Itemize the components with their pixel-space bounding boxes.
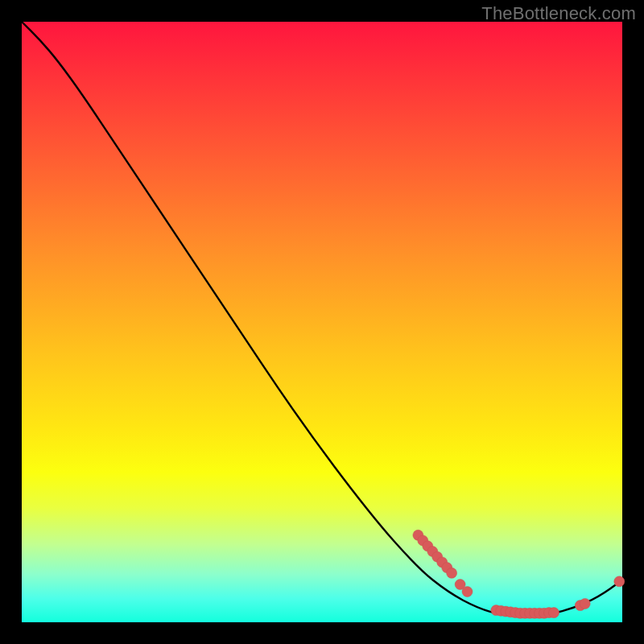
curve-marker bbox=[447, 568, 457, 578]
plot-area bbox=[22, 22, 622, 622]
bottleneck-curve bbox=[22, 22, 622, 616]
curve-marker bbox=[462, 587, 473, 597]
chart-frame: TheBottleneck.com bbox=[0, 0, 644, 644]
watermark-text: TheBottleneck.com bbox=[481, 3, 636, 24]
curve-markers bbox=[413, 530, 625, 618]
curve-marker bbox=[580, 598, 590, 609]
curve-marker bbox=[549, 608, 559, 618]
curve-layer bbox=[22, 22, 622, 622]
curve-marker bbox=[614, 576, 625, 587]
